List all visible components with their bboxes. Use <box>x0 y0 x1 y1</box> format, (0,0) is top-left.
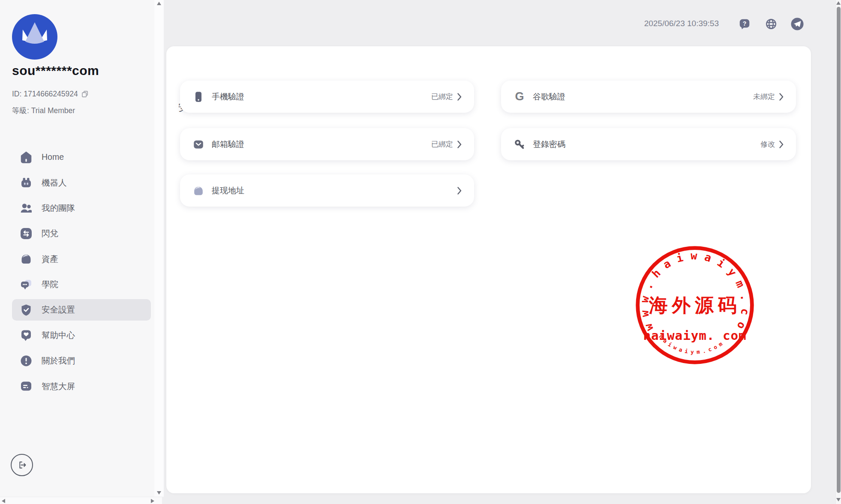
card-status: 修改 <box>760 139 775 149</box>
svg-text:?: ? <box>743 20 747 27</box>
telegram-icon <box>790 17 804 31</box>
chevron-right-icon <box>457 93 462 101</box>
swap-icon <box>19 226 33 241</box>
phone-icon <box>192 90 205 103</box>
chevron-right-icon <box>779 141 784 148</box>
username: sou*******com <box>12 63 99 78</box>
scroll-left-arrow[interactable] <box>2 499 5 503</box>
sidebar-item-label: 幫助中心 <box>42 330 75 341</box>
chevron-right-icon <box>457 187 462 195</box>
logout-button[interactable] <box>11 454 33 476</box>
key-icon <box>513 138 526 151</box>
card-status: 已綁定 <box>431 92 453 102</box>
sidebar-item-big-screen[interactable]: 智慧大屏 <box>12 375 151 397</box>
sidebar-item-about[interactable]: 關於我們 <box>12 350 151 372</box>
brand-logo <box>12 14 57 60</box>
sidebar-item-label: 智慧大屏 <box>42 381 75 392</box>
scroll-right-arrow[interactable] <box>151 499 154 503</box>
help-button[interactable]: ? <box>738 18 751 30</box>
sidebar-item-academy[interactable]: 學院 <box>12 274 151 295</box>
chevron-right-icon <box>779 93 784 101</box>
user-level: 等級: Trial Member <box>12 105 75 116</box>
team-icon <box>19 201 33 215</box>
sidebar-item-robot[interactable]: 機器人 <box>12 172 151 193</box>
user-id: ID: 1714666245924 <box>12 90 78 99</box>
watermark-stamp: www.haiwaiym.com 海外源码 haiwaiym. com haiw… <box>632 243 757 368</box>
sidebar-item-assets[interactable]: 資產 <box>12 248 151 270</box>
card-login-password[interactable]: 登錄密碼 修改 <box>501 128 796 160</box>
crown-icon <box>12 14 57 60</box>
sidebar-item-label: 我的團隊 <box>42 202 75 214</box>
card-label: 提现地址 <box>212 185 244 196</box>
sidebar-item-swap[interactable]: 閃兌 <box>12 223 151 244</box>
sidebar-item-label: 安全設置 <box>42 304 75 315</box>
chevron-right-icon <box>457 141 462 148</box>
sidebar-item-security[interactable]: 安全設置 <box>12 299 151 321</box>
card-label: 谷歌驗證 <box>533 91 565 102</box>
scroll-up-arrow[interactable] <box>157 2 161 5</box>
telegram-button[interactable] <box>790 17 804 31</box>
google-icon: G <box>513 90 526 103</box>
sidebar-menu: Home 機器人 我的團隊 閃兌 <box>0 144 154 399</box>
page-scrollbar[interactable] <box>835 0 841 504</box>
user-id-row: ID: 1714666245924 <box>12 90 89 99</box>
home-icon <box>19 150 33 165</box>
wallet-icon <box>19 252 33 266</box>
card-label: 邮箱驗證 <box>212 139 244 150</box>
sidebar-item-label: 閃兌 <box>42 228 58 239</box>
screen-icon <box>19 379 33 393</box>
card-phone-verification[interactable]: 手機驗證 已綁定 <box>180 81 474 113</box>
withdraw-wallet-icon <box>192 184 205 197</box>
mail-icon <box>192 138 205 151</box>
info-icon <box>19 354 33 368</box>
stamp-center-cn: 海外源码 <box>649 294 741 316</box>
page-scroll-up-arrow[interactable] <box>836 1 841 5</box>
question-bubble-icon: ? <box>738 18 751 30</box>
sidebar: sou*******com ID: 1714666245924 等級: Tria… <box>0 0 154 504</box>
stamp-top-arc-text: www.haiwaiym.com <box>632 243 752 337</box>
academy-icon <box>19 277 33 292</box>
sidebar-item-label: 學院 <box>42 279 58 290</box>
app-screen: sou*******com ID: 1714666245924 等級: Tria… <box>0 0 841 504</box>
globe-icon <box>765 18 778 30</box>
card-label: 手機驗證 <box>212 91 244 102</box>
card-status: 已綁定 <box>431 139 453 149</box>
sidebar-item-label: 機器人 <box>42 177 67 189</box>
page-scroll-down-arrow[interactable] <box>836 498 841 501</box>
sidebar-item-team[interactable]: 我的團隊 <box>12 197 151 219</box>
sidebar-item-label: Home <box>42 152 64 162</box>
security-settings-panel: 安全設定 手機驗證 已綁定 G 谷歌驗證 未綁定 邮箱驗證 已綁定 <box>166 46 811 493</box>
shield-check-icon <box>19 303 33 317</box>
card-status: 未綁定 <box>753 92 775 102</box>
logout-icon <box>15 459 28 471</box>
language-button[interactable] <box>765 18 778 30</box>
sidebar-item-label: 關於我們 <box>42 355 75 366</box>
sidebar-horizontal-scrollbar[interactable] <box>0 497 162 504</box>
sidebar-item-label: 資產 <box>42 253 58 265</box>
scroll-down-arrow[interactable] <box>157 491 161 495</box>
card-google-verification[interactable]: G 谷歌驗證 未綁定 <box>501 81 796 113</box>
card-email-verification[interactable]: 邮箱驗證 已綁定 <box>180 128 474 160</box>
sidebar-item-help-center[interactable]: 幫助中心 <box>12 324 151 346</box>
card-withdraw-address[interactable]: 提现地址 <box>180 174 474 207</box>
stamp-center-en: haiwaiym. com <box>643 328 746 343</box>
sidebar-vertical-scrollbar[interactable] <box>154 0 164 497</box>
page-scrollbar-thumb[interactable] <box>837 7 841 493</box>
heart-bubble-icon <box>19 328 33 342</box>
sidebar-item-home[interactable]: Home <box>12 147 151 168</box>
card-label: 登錄密碼 <box>533 139 565 150</box>
robot-icon <box>19 175 33 190</box>
copy-icon[interactable] <box>81 90 89 98</box>
svg-text:www.haiwaiym.com: www.haiwaiym.com <box>632 243 752 337</box>
current-datetime: 2025/06/23 10:39:53 <box>644 19 719 28</box>
